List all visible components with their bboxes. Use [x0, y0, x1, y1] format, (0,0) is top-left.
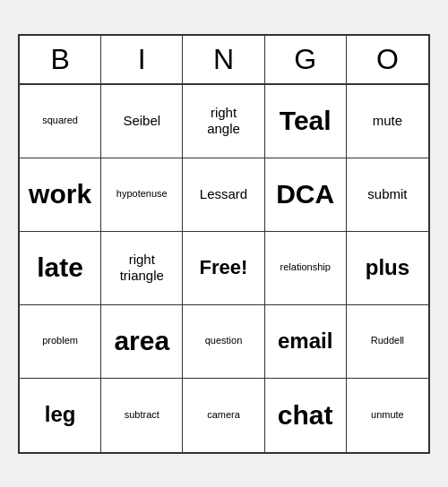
cell-text-19: Ruddell — [371, 335, 404, 346]
bingo-cell-18: email — [265, 305, 347, 379]
cell-text-12: Free! — [200, 256, 248, 279]
cell-text-22: camera — [207, 409, 240, 421]
cell-text-6: hypotenuse — [116, 188, 168, 200]
bingo-cell-16: area — [101, 305, 183, 379]
cell-text-5: work — [29, 178, 91, 210]
cell-text-20: leg — [45, 402, 76, 428]
cell-text-9: submit — [367, 186, 407, 202]
cell-text-0: squared — [42, 115, 78, 126]
bingo-cell-7: Lessard — [183, 158, 264, 232]
cell-text-10: late — [37, 252, 83, 284]
bingo-cell-1: Seibel — [101, 85, 183, 158]
bingo-cell-6: hypotenuse — [101, 158, 183, 232]
bingo-cell-2: rightangle — [183, 85, 264, 158]
cell-text-13: relationship — [280, 261, 331, 273]
bingo-cell-11: righttriangle — [101, 232, 183, 305]
header-letter-g: G — [265, 36, 347, 83]
cell-text-23: chat — [278, 399, 333, 431]
cell-text-4: mute — [373, 113, 402, 129]
cell-text-11: righttriangle — [120, 252, 164, 284]
header-letter-i: I — [101, 36, 183, 83]
bingo-cell-0: squared — [20, 85, 101, 158]
cell-text-2: rightangle — [207, 105, 240, 137]
cell-text-1: Seibel — [123, 113, 160, 129]
bingo-cell-12: Free! — [183, 232, 264, 305]
cell-text-3: Teal — [280, 105, 332, 137]
bingo-cell-13: relationship — [265, 232, 347, 305]
bingo-cell-24: unmute — [347, 379, 428, 452]
bingo-cell-8: DCA — [265, 158, 347, 232]
header-letter-b: B — [20, 36, 101, 83]
bingo-cell-3: Teal — [265, 85, 347, 158]
header-letter-o: O — [347, 36, 428, 83]
bingo-cell-17: question — [183, 305, 264, 379]
cell-text-16: area — [114, 325, 169, 357]
header-letter-n: N — [183, 36, 264, 83]
bingo-card: BINGO squaredSeibelrightangleTealmutewor… — [18, 34, 430, 454]
cell-text-17: question — [205, 335, 243, 346]
bingo-cell-5: work — [20, 158, 101, 232]
bingo-cell-22: camera — [183, 379, 264, 452]
cell-text-15: problem — [42, 335, 78, 346]
cell-text-18: email — [278, 329, 332, 355]
bingo-header: BINGO — [20, 36, 428, 85]
bingo-cell-21: subtract — [101, 379, 183, 452]
cell-text-7: Lessard — [200, 186, 247, 202]
bingo-cell-10: late — [20, 232, 101, 305]
bingo-cell-4: mute — [347, 85, 428, 158]
cell-text-14: plus — [366, 255, 409, 281]
bingo-cell-19: Ruddell — [347, 305, 428, 379]
cell-text-21: subtract — [125, 409, 159, 421]
bingo-cell-23: chat — [265, 379, 347, 452]
bingo-cell-14: plus — [347, 232, 428, 305]
bingo-cell-15: problem — [20, 305, 101, 379]
bingo-grid: squaredSeibelrightangleTealmuteworkhypot… — [20, 85, 428, 452]
cell-text-8: DCA — [276, 178, 334, 210]
bingo-cell-9: submit — [347, 158, 428, 232]
cell-text-24: unmute — [371, 409, 404, 421]
bingo-cell-20: leg — [20, 379, 101, 452]
